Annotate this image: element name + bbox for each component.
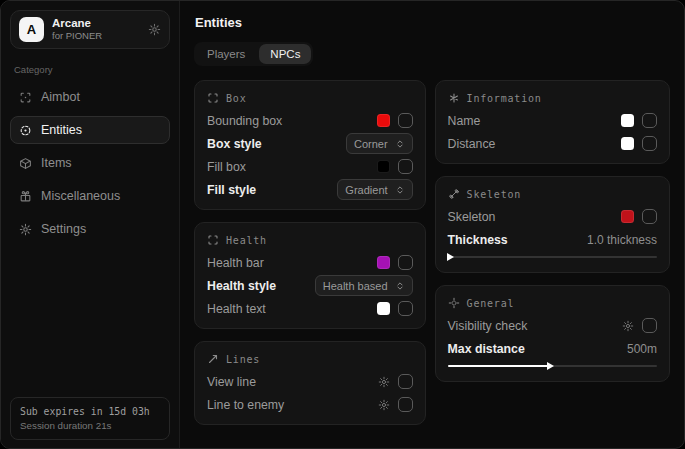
- left-column: Box Bounding box Box style Corner: [194, 80, 426, 425]
- brand-name: Arcane: [52, 17, 140, 30]
- setting-row-visibility-check: Visibility check: [448, 314, 657, 337]
- setting-label: Max distance: [448, 342, 525, 356]
- setting-row-fill-style: Fill style Gradient: [207, 178, 413, 201]
- sidebar-item-label: Settings: [41, 222, 86, 236]
- main-panel: Entities Players NPCs Box Bounding box: [180, 1, 684, 448]
- session-duration: Session duration 21s: [20, 420, 160, 431]
- card-health: Health Health bar Health style Health ba…: [194, 222, 426, 329]
- setting-row-fill-box: Fill box: [207, 155, 413, 178]
- sidebar-item-entities[interactable]: Entities: [10, 116, 170, 144]
- checkbox[interactable]: [398, 374, 413, 389]
- card-box-title: Box: [207, 92, 413, 104]
- setting-label: Distance: [448, 137, 496, 151]
- tab-npcs[interactable]: NPCs: [259, 44, 311, 64]
- setting-label: Name: [448, 114, 481, 128]
- card-title-label: Information: [467, 93, 542, 104]
- slider-track[interactable]: [448, 256, 657, 258]
- sidebar-item-aimbot[interactable]: Aimbot: [10, 83, 170, 111]
- dropdown-value: Health based: [323, 280, 388, 292]
- checkbox[interactable]: [398, 301, 413, 316]
- card-title-label: General: [467, 298, 515, 309]
- sidebar-item-label: Aimbot: [41, 90, 80, 104]
- setting-label: View line: [207, 375, 256, 389]
- brackets-icon: [207, 92, 219, 104]
- setting-label: Health text: [207, 302, 266, 316]
- card-lines: Lines View line Line to enemy: [194, 341, 426, 425]
- sidebar-item-label: Miscellaneous: [41, 189, 120, 203]
- checkbox[interactable]: [398, 255, 413, 270]
- max-distance-value: 500m: [627, 342, 657, 356]
- chevron-up-down-icon: [395, 281, 405, 291]
- dropdown-value: Gradient: [345, 184, 387, 196]
- setting-row-line-to-enemy: Line to enemy: [207, 393, 413, 416]
- slider-handle[interactable]: [547, 362, 554, 370]
- checkbox[interactable]: [642, 209, 657, 224]
- slider-handle[interactable]: [447, 253, 454, 261]
- checkbox[interactable]: [398, 397, 413, 412]
- setting-row-name: Name: [448, 109, 657, 132]
- sidebar-item-settings[interactable]: Settings: [10, 215, 170, 243]
- card-general: General Visibility check Max distance 50…: [435, 285, 670, 382]
- checkbox[interactable]: [642, 136, 657, 151]
- target-icon: [19, 124, 32, 137]
- category-label: Category: [14, 64, 166, 75]
- setting-label: Skeleton: [448, 210, 496, 224]
- checkbox[interactable]: [642, 113, 657, 128]
- setting-row-thickness: Thickness 1.0 thickness: [448, 228, 657, 251]
- setting-label: Line to enemy: [207, 398, 284, 412]
- crosshair-brackets-icon: [19, 91, 32, 104]
- sidebar: A Arcane for PIONER Category Aimbot Enti…: [1, 1, 180, 448]
- color-swatch[interactable]: [621, 114, 634, 127]
- health-style-dropdown[interactable]: Health based: [315, 275, 413, 296]
- setting-row-bounding-box: Bounding box: [207, 109, 413, 132]
- checkbox[interactable]: [398, 113, 413, 128]
- subscription-status-box: Sub expires in 15d 03h Session duration …: [10, 397, 170, 440]
- gear-icon[interactable]: [378, 399, 390, 411]
- setting-label: Visibility check: [448, 319, 528, 333]
- sidebar-item-miscellaneous[interactable]: Miscellaneous: [10, 182, 170, 210]
- right-column: Information Name Distance: [435, 80, 670, 382]
- card-skeleton: Skeleton Skeleton Thickness 1.0 thicknes…: [435, 176, 670, 273]
- card-box: Box Bounding box Box style Corner: [194, 80, 426, 210]
- sidebar-item-label: Items: [41, 156, 72, 170]
- sidebar-item-items[interactable]: Items: [10, 149, 170, 177]
- diagonal-arrow-icon: [207, 353, 219, 365]
- gift-icon: [19, 190, 32, 203]
- subscription-expiry: Sub expires in 15d 03h: [20, 406, 160, 417]
- tab-players[interactable]: Players: [196, 44, 256, 64]
- settings-grid: Box Bounding box Box style Corner: [194, 80, 670, 425]
- box-style-dropdown[interactable]: Corner: [346, 133, 413, 154]
- setting-label: Bounding box: [207, 114, 282, 128]
- gear-icon[interactable]: [378, 376, 390, 388]
- fill-style-dropdown[interactable]: Gradient: [337, 179, 412, 200]
- color-swatch[interactable]: [621, 210, 634, 223]
- gear-icon[interactable]: [622, 320, 634, 332]
- card-information-title: Information: [448, 92, 657, 104]
- color-swatch[interactable]: [621, 137, 634, 150]
- page-title: Entities: [195, 15, 670, 30]
- color-swatch[interactable]: [377, 256, 390, 269]
- checkbox[interactable]: [398, 159, 413, 174]
- color-swatch[interactable]: [377, 302, 390, 315]
- color-swatch[interactable]: [377, 160, 390, 173]
- bone-icon: [448, 188, 460, 200]
- checkbox[interactable]: [642, 318, 657, 333]
- setting-label: Thickness: [448, 233, 508, 247]
- gear-icon[interactable]: [148, 23, 161, 36]
- card-lines-title: Lines: [207, 353, 413, 365]
- setting-row-view-line: View line: [207, 370, 413, 393]
- slider-fill: [448, 365, 549, 367]
- setting-row-health-bar: Health bar: [207, 251, 413, 274]
- package-icon: [19, 157, 32, 170]
- sidebar-item-label: Entities: [41, 123, 82, 137]
- app-window: A Arcane for PIONER Category Aimbot Enti…: [0, 0, 685, 449]
- max-distance-slider[interactable]: [448, 362, 657, 370]
- card-general-title: General: [448, 297, 657, 309]
- setting-label: Box style: [207, 137, 262, 151]
- thickness-slider[interactable]: [448, 253, 657, 261]
- color-swatch[interactable]: [377, 114, 390, 127]
- setting-row-max-distance: Max distance 500m: [448, 337, 657, 360]
- brand-header: A Arcane for PIONER: [10, 10, 170, 49]
- setting-row-box-style: Box style Corner: [207, 132, 413, 155]
- dropdown-value: Corner: [354, 138, 388, 150]
